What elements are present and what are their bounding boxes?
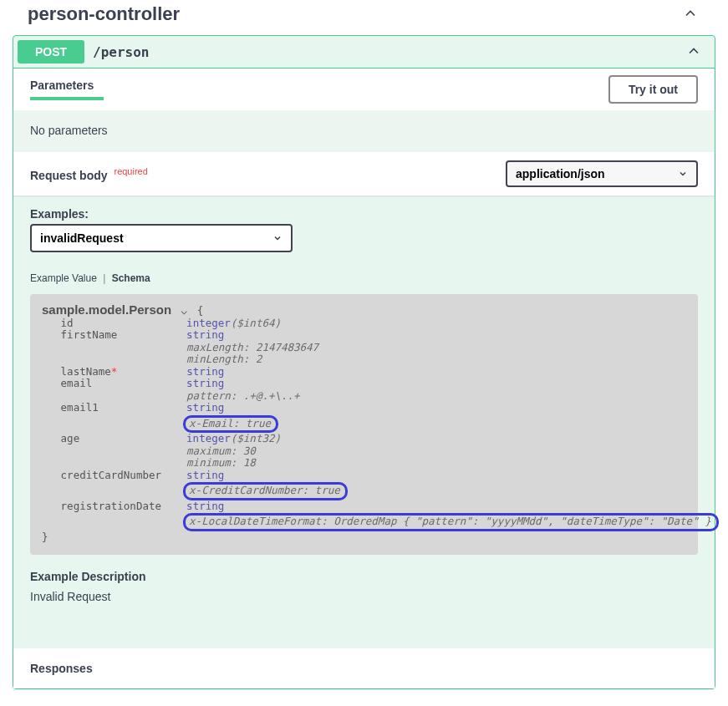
parameters-title: Parameters bbox=[30, 79, 94, 100]
endpoint-path: /person bbox=[84, 44, 685, 60]
prop-registrationDate: registrationDate bbox=[61, 500, 161, 512]
tag-collapse-button[interactable] bbox=[682, 5, 699, 24]
prop-age: age bbox=[61, 432, 80, 444]
example-description-value: Invalid Request bbox=[30, 590, 698, 603]
prop-lastName: lastName bbox=[61, 365, 111, 378]
request-body-header: Request body required application/json bbox=[13, 152, 715, 196]
prop-id: id bbox=[61, 317, 74, 329]
schema-box: sample.model.Person ⌵ { id integer($int6… bbox=[30, 294, 698, 555]
prop-firstName: firstName bbox=[61, 328, 118, 341]
tag-title: person-controller bbox=[28, 3, 180, 25]
try-it-out-button[interactable]: Try it out bbox=[608, 75, 698, 104]
parameters-header: Parameters Try it out bbox=[13, 69, 715, 110]
model-name: sample.model.Person bbox=[42, 302, 171, 317]
required-label: required bbox=[110, 166, 147, 176]
annotation-x-credit-card: x-CreditCardNumber: true bbox=[183, 482, 348, 500]
operation-summary[interactable]: POST /person bbox=[13, 36, 715, 69]
prop-creditCardNumber: creditCardNumber bbox=[61, 469, 161, 481]
model-tabs: Example Value | Schema bbox=[30, 272, 698, 284]
prop-email: email bbox=[61, 377, 93, 389]
operation-collapse-button[interactable] bbox=[685, 43, 702, 62]
content-type-select[interactable]: application/json bbox=[506, 160, 698, 187]
http-method-badge: POST bbox=[18, 40, 84, 63]
request-body-block: Examples: invalidRequest Example Value |… bbox=[13, 196, 715, 618]
example-description-title: Example Description bbox=[30, 570, 698, 583]
annotation-x-email: x-Email: true bbox=[183, 415, 278, 434]
tab-separator: | bbox=[103, 272, 105, 284]
operation-block: POST /person Parameters Try it out No pa… bbox=[13, 35, 715, 689]
annotation-x-local-date-time-format: x-LocalDateTimeFormat: OrderedMap { "pat… bbox=[183, 513, 719, 531]
example-select[interactable]: invalidRequest bbox=[30, 224, 293, 252]
request-body-title: Request body bbox=[30, 168, 108, 181]
tab-schema[interactable]: Schema bbox=[112, 272, 150, 284]
tab-example-value[interactable]: Example Value bbox=[30, 272, 97, 284]
chevron-up-icon bbox=[685, 43, 702, 59]
prop-email1: email1 bbox=[61, 401, 99, 414]
examples-label: Examples: bbox=[30, 207, 698, 221]
no-parameters-message: No parameters bbox=[13, 110, 715, 152]
tag-header[interactable]: person-controller bbox=[13, 0, 715, 35]
chevron-up-icon bbox=[682, 5, 699, 22]
responses-header: Responses bbox=[13, 648, 715, 688]
model-toggle-icon[interactable]: ⌵ bbox=[178, 305, 191, 317]
